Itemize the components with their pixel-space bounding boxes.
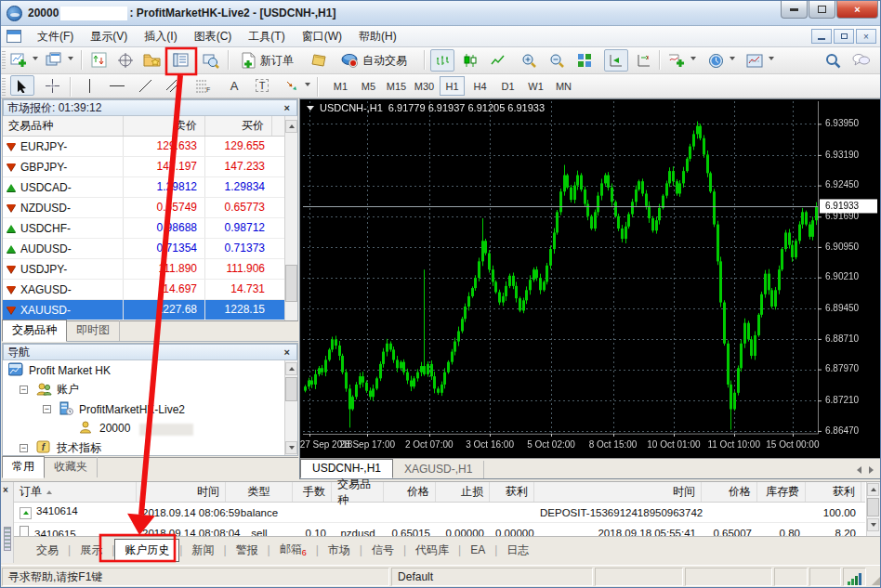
navigator-tab-0[interactable]: 常用 bbox=[2, 456, 45, 478]
navigator-tree-item[interactable]: −账户 bbox=[3, 380, 297, 399]
terminal-tab-8[interactable]: 代码库 bbox=[406, 540, 458, 561]
menu-item-3[interactable]: 图表(C) bbox=[186, 26, 241, 47]
text-label-tool-button[interactable]: T bbox=[250, 75, 274, 96]
profiles-button[interactable] bbox=[42, 49, 66, 72]
terminal-column-price[interactable]: 价格 bbox=[384, 482, 436, 502]
chart-document-icon[interactable] bbox=[7, 30, 21, 43]
templates-dropdown[interactable] bbox=[769, 57, 774, 60]
terminal-column-symbol[interactable]: 交易品种 bbox=[332, 482, 384, 502]
chart-window[interactable]: USDCNH-,H1 6.91779 6.91937 6.91205 6.919… bbox=[299, 98, 881, 479]
text-tool-button[interactable]: A bbox=[222, 75, 246, 96]
terminal-column-order[interactable]: 订单 bbox=[14, 482, 137, 502]
mdi-close-button[interactable]: × bbox=[856, 29, 876, 44]
market-watch-tab-0[interactable]: 交易品种 bbox=[2, 320, 67, 342]
new-chart-dropdown[interactable] bbox=[33, 57, 38, 60]
cursor-tool-button[interactable] bbox=[10, 75, 34, 96]
new-chart-button[interactable] bbox=[7, 49, 31, 72]
market-watch-button[interactable] bbox=[87, 49, 112, 72]
market-watch-row[interactable]: XAUUSD-1227.681228.15 bbox=[3, 300, 297, 320]
market-watch-row[interactable]: USDJPY-111.890111.906 bbox=[3, 259, 297, 280]
channel-tool-button[interactable]: E bbox=[161, 75, 185, 96]
mdi-restore-button[interactable] bbox=[834, 29, 854, 44]
terminal-row[interactable]: 34106152018.09.14 08:08:04sell0.10nzdusd… bbox=[14, 523, 865, 536]
column-symbol[interactable]: 交易品种 bbox=[3, 116, 124, 136]
terminal-close-icon[interactable]: × bbox=[3, 485, 8, 495]
terminal-tab-4[interactable]: 警报 bbox=[227, 540, 268, 561]
tree-expand-toggle[interactable]: − bbox=[20, 444, 28, 452]
timeframe-m1[interactable]: M1 bbox=[328, 76, 353, 96]
chart-title-arrow-icon[interactable] bbox=[307, 106, 314, 111]
periods-button[interactable] bbox=[703, 49, 728, 72]
templates-button[interactable] bbox=[743, 49, 767, 72]
minimize-button[interactable] bbox=[781, 1, 808, 19]
terminal-tab-3[interactable]: 新闻 bbox=[182, 540, 223, 561]
trendline-tool-button[interactable] bbox=[133, 75, 157, 96]
candlestick-chart[interactable] bbox=[300, 99, 881, 458]
market-watch-row[interactable]: XAGUSD-14.69714.731 bbox=[3, 280, 297, 300]
market-watch-row[interactable]: AUDUSD-0.713540.71373 bbox=[3, 239, 297, 259]
navigator-tree-item[interactable]: Profit Market HK bbox=[3, 360, 297, 380]
market-watch-scrollbar[interactable] bbox=[284, 116, 297, 341]
terminal-column-price2[interactable]: 价格 bbox=[702, 482, 757, 502]
menu-item-0[interactable]: 文件(F) bbox=[29, 26, 82, 47]
menu-item-6[interactable]: 帮助(H) bbox=[350, 26, 405, 47]
navigator-tree-item[interactable]: 20000 bbox=[3, 419, 297, 438]
market-watch-tab-1[interactable]: 即时图 bbox=[67, 320, 120, 341]
autotrade-button[interactable]: 自动交易 bbox=[335, 49, 413, 72]
crosshair-button[interactable] bbox=[113, 49, 138, 72]
terminal-column-lots[interactable]: 手数 bbox=[293, 482, 332, 502]
menu-item-4[interactable]: 工具(T) bbox=[240, 26, 293, 47]
search-button[interactable] bbox=[821, 49, 845, 72]
terminal-scrollbar[interactable] bbox=[866, 482, 880, 536]
terminal-tab-9[interactable]: EA bbox=[461, 541, 494, 559]
fibonacci-tool-button[interactable]: F bbox=[191, 75, 215, 96]
terminal-column-swap[interactable]: 库存费 bbox=[757, 482, 806, 502]
close-button[interactable]: × bbox=[836, 1, 878, 19]
bar-chart-mode-button[interactable] bbox=[430, 49, 454, 72]
navigator-title-bar[interactable]: 导航 × bbox=[3, 344, 297, 360]
terminal-button[interactable] bbox=[169, 49, 193, 72]
timeframe-mn[interactable]: MN bbox=[551, 76, 576, 96]
indicators-button[interactable] bbox=[664, 49, 689, 72]
profiles-dropdown[interactable] bbox=[68, 57, 73, 60]
navigator-button[interactable] bbox=[139, 49, 164, 72]
zoom-in-button[interactable] bbox=[517, 49, 541, 72]
navigator-scrollbar[interactable] bbox=[284, 360, 297, 455]
tree-expand-toggle[interactable]: − bbox=[43, 405, 51, 413]
terminal-grip-handle[interactable] bbox=[4, 527, 11, 551]
column-ask[interactable]: 买价 bbox=[205, 116, 272, 136]
status-profile[interactable]: Default bbox=[391, 568, 593, 586]
zoom-out-button[interactable] bbox=[545, 49, 569, 72]
market-watch-row[interactable]: NZDUSD-0.657490.65773 bbox=[3, 198, 297, 218]
market-watch-row[interactable]: USDCHF-0.986880.98712 bbox=[3, 218, 297, 239]
resize-grip[interactable] bbox=[868, 568, 881, 586]
terminal-tab-1[interactable]: 展示 bbox=[71, 540, 112, 561]
timeframe-w1[interactable]: W1 bbox=[523, 76, 548, 96]
indicators-dropdown[interactable] bbox=[690, 57, 696, 60]
mdi-minimize-button[interactable] bbox=[811, 29, 832, 44]
chat-button[interactable] bbox=[848, 49, 873, 72]
market-watch-row[interactable]: GBPJPY-147.197147.233 bbox=[3, 157, 297, 177]
terminal-column-profit[interactable]: 获利 bbox=[806, 482, 861, 502]
column-bid[interactable]: 卖价 bbox=[124, 116, 205, 136]
timeframe-h4[interactable]: H4 bbox=[467, 76, 493, 96]
navigator-tree-item[interactable]: −f技术指标 bbox=[3, 438, 297, 458]
market-watch-title-bar[interactable]: 市场报价: 01:39:12 × bbox=[3, 99, 297, 116]
terminal-tab-7[interactable]: 信号 bbox=[362, 540, 403, 561]
auto-scroll-button[interactable] bbox=[604, 49, 628, 72]
navigator-tree-item[interactable]: −ProfitMarketHK-Live2 bbox=[3, 399, 297, 419]
candlestick-mode-button[interactable] bbox=[458, 49, 482, 72]
strategy-tester-button[interactable] bbox=[199, 49, 223, 72]
terminal-tab-10[interactable]: 日志 bbox=[497, 540, 538, 561]
terminal-tab-6[interactable]: 市场 bbox=[319, 540, 360, 561]
chart-tabs-right-icon[interactable] bbox=[869, 466, 874, 474]
terminal-tab-0[interactable]: 交易 bbox=[27, 540, 68, 561]
navigator-tab-1[interactable]: 收藏夹 bbox=[45, 457, 98, 477]
timeframe-d1[interactable]: D1 bbox=[495, 76, 520, 96]
new-order-button[interactable]: 新订单 bbox=[235, 49, 299, 72]
arrows-tool-button[interactable] bbox=[280, 75, 304, 96]
horizontal-line-tool-button[interactable] bbox=[105, 75, 129, 96]
vertical-line-tool-button[interactable] bbox=[77, 75, 101, 96]
navigator-close-icon[interactable]: × bbox=[282, 346, 293, 358]
terminal-column-time[interactable]: 时间 bbox=[137, 482, 226, 502]
